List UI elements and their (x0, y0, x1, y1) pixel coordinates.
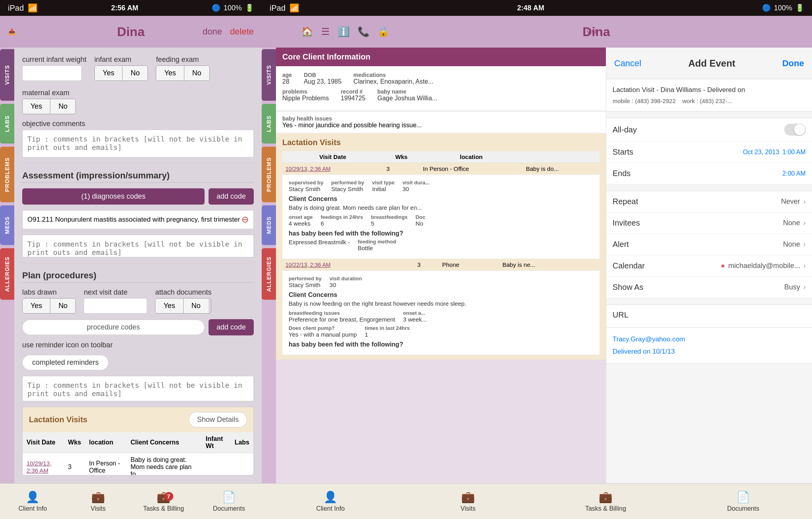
right-time: 2:48 AM (517, 4, 544, 12)
labs-drawn-yes-button[interactable]: Yes (23, 299, 50, 313)
onset-label: onset a... (403, 310, 427, 316)
core-info-header: Core Client Information (276, 48, 606, 66)
right-nav-documents[interactable]: 📄 Documents (674, 490, 812, 512)
breastfeedings-value: 5 (371, 220, 408, 227)
right-sidebar-allergies[interactable]: ALLERGIES (262, 248, 276, 300)
feeding-exam-yes-button[interactable]: Yes (156, 66, 184, 80)
visits-label: Visits (91, 505, 106, 512)
left-status-left: iPad 📶 (8, 3, 38, 13)
next-visit-date-input[interactable] (84, 298, 147, 314)
right-ipad-label: iPad (270, 4, 285, 13)
starts-time: 1:00 AM (782, 149, 806, 156)
ipad-label: iPad (8, 4, 24, 13)
right-sidebar-problems[interactable]: PROBLEMS (262, 147, 276, 202)
visit-date-link-1[interactable]: 10/29/13, 2:36 AM (27, 460, 52, 474)
all-day-section: All-day Starts Oct 23, 2013 1:00 AM E (606, 118, 812, 184)
done-button[interactable]: done (203, 27, 222, 37)
starts-row[interactable]: Starts Oct 23, 2013 1:00 AM (606, 142, 812, 163)
col-wks: Wks (64, 432, 85, 453)
calendar-row[interactable]: Calendar ● michaeldaly@mobile... › (606, 255, 812, 277)
invitees-row[interactable]: Invitees None › (606, 213, 812, 234)
delete-button[interactable]: delete (230, 27, 254, 37)
rv-date-link-1[interactable]: 10/29/13, 2:36 AM (285, 166, 331, 172)
tasks-badge: 7 (165, 492, 173, 501)
alert-value: None › (783, 240, 806, 249)
medications-value: Clarinex, Enoxaparin, Aste... (353, 78, 433, 85)
calendar-label: Calendar (613, 261, 645, 270)
right-list-icon[interactable]: ☰ (321, 26, 330, 37)
visit-details-2: performed by Stacy Smith visit duration … (282, 271, 599, 355)
right-nav-visits[interactable]: 💼 Visits (399, 490, 537, 512)
sidebar-item-visits[interactable]: VISITS (0, 49, 14, 101)
right-lock-icon[interactable]: 🔒 (377, 26, 389, 37)
left-header-title: Dina (117, 25, 144, 39)
maternal-exam-no-button[interactable]: No (50, 99, 75, 114)
attach-docs-yes-button[interactable]: Yes (155, 299, 183, 313)
add-code-button-2[interactable]: add code (209, 319, 254, 335)
repeat-row[interactable]: Repeat Never › (606, 191, 812, 213)
right-nav-client-info[interactable]: 👤 Client Info (262, 490, 399, 512)
labs-drawn-no-button[interactable]: No (50, 299, 75, 313)
done-button-ae[interactable]: Done (782, 58, 804, 69)
objective-comments-textarea[interactable] (22, 130, 254, 157)
attach-docs-no-button[interactable]: No (184, 299, 209, 313)
right-status-right: 🔵 100% 🔋 (762, 4, 804, 12)
procedure-codes-button[interactable]: procedure codes (22, 320, 205, 335)
show-details-button[interactable]: Show Details (189, 412, 247, 427)
maternal-exam-yes-button[interactable]: Yes (23, 99, 50, 114)
wifi-icon: 📶 (28, 3, 38, 13)
right-home-icon[interactable]: 🏠 (301, 26, 313, 37)
labs-1 (231, 453, 253, 475)
show-as-row[interactable]: Show As Busy › (606, 277, 812, 298)
visit-duration-value: 30 (402, 186, 430, 192)
right-sidebar-meds[interactable]: MEDS (262, 205, 276, 245)
cancel-button[interactable]: Cancel (614, 58, 641, 69)
right-phone-icon[interactable]: 📞 (358, 26, 370, 37)
right-info-icon[interactable]: ℹ️ (338, 26, 350, 37)
infant-exam-no-button[interactable]: No (123, 66, 147, 80)
assessment-comments-textarea[interactable] (22, 235, 254, 257)
show-as-value: Busy › (784, 283, 806, 291)
url-email[interactable]: Tracy.Gray@yahoo.com (613, 335, 685, 343)
ends-label: Ends (613, 169, 631, 178)
diagnoses-codes-button[interactable]: (1) diagnoses codes (22, 188, 205, 205)
rv-date-link-2[interactable]: 10/22/13, 2:36 AM (285, 262, 331, 268)
sidebar-item-allergies[interactable]: ALLERGIES (0, 248, 14, 300)
right-sidebar-visits[interactable]: VISITS (262, 49, 276, 101)
sidebar-item-labs[interactable]: LABS (0, 104, 14, 144)
sidebar-item-meds[interactable]: MEDS (0, 205, 14, 245)
current-infant-weight-input[interactable] (22, 65, 82, 81)
completed-reminders-button[interactable]: completed reminders (22, 355, 109, 370)
documents-label: Documents (213, 505, 245, 512)
sidebar-item-problems[interactable]: PROBLEMS (0, 147, 14, 202)
baby-health-label: baby health issues (282, 115, 599, 122)
plan-comments-textarea[interactable] (22, 376, 254, 401)
performed-by-value-2: Stacy Smith (289, 282, 322, 288)
nav-tasks-billing[interactable]: 7 💼 Tasks & Billing (131, 490, 196, 512)
nav-documents[interactable]: 📄 Documents (196, 490, 262, 512)
show-as-chevron-icon: › (803, 283, 806, 291)
performed-by-label-2: performed by (289, 276, 322, 282)
nav-client-info[interactable]: 👤 Client Info (0, 490, 65, 512)
rv-note-2: Baby is ne... (499, 259, 599, 271)
divider-2 (22, 263, 254, 263)
right-nav-tasks[interactable]: 💼 Tasks & Billing (537, 490, 674, 512)
nav-visits[interactable]: 💼 Visits (65, 490, 131, 512)
repeat-section: Repeat Never › Invitees None › (606, 191, 812, 298)
ends-row[interactable]: Ends 2:00 AM (606, 163, 812, 184)
right-visits-icon: 💼 (461, 490, 475, 504)
col-labs: Labs (231, 432, 253, 453)
right-tasks-label: Tasks & Billing (585, 505, 626, 512)
tasks-label: Tasks & Billing (143, 505, 184, 512)
alert-row[interactable]: Alert None › (606, 234, 812, 255)
feeding-exam-yes-no: Yes No (156, 65, 209, 81)
all-day-toggle[interactable] (784, 124, 806, 136)
rv-wks-1: 3 (383, 163, 420, 175)
remove-diagnosis-icon[interactable]: ⊖ (241, 214, 249, 225)
infant-exam-yes-button[interactable]: Yes (95, 66, 123, 80)
times-label: times in last 24hrs (365, 325, 410, 331)
right-sidebar-labs[interactable]: LABS (262, 104, 276, 144)
add-code-button-1[interactable]: add code (209, 188, 254, 205)
rv-location-2: Phone (439, 259, 499, 271)
feeding-exam-no-button[interactable]: No (184, 66, 209, 80)
